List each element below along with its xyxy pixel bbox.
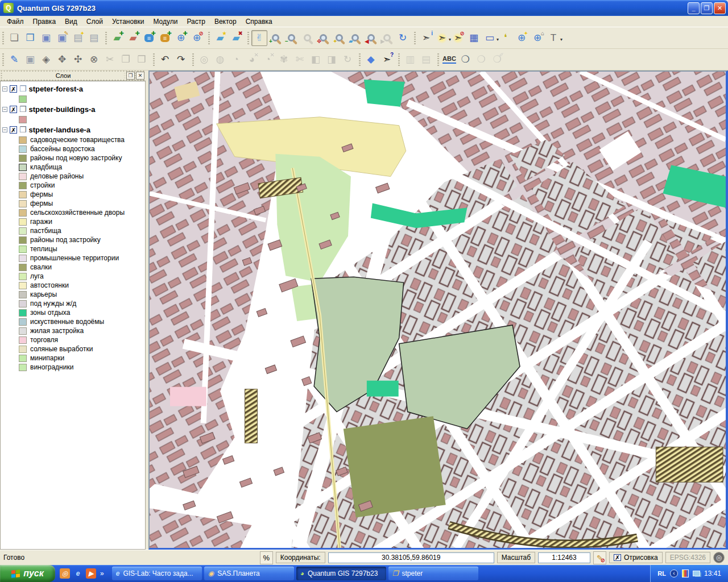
legend-class-row[interactable]: жилая застройка — [2, 326, 145, 335]
remove-layer-button[interactable]: ▰✖ — [228, 30, 244, 46]
text-annotation-button[interactable]: T▾ — [545, 30, 561, 46]
delete-selected-button[interactable]: ⊗ — [86, 52, 102, 68]
menu-file[interactable]: Файл — [2, 16, 28, 27]
zoom-to-selection-button[interactable]: ✦ — [331, 30, 347, 46]
task-sas-planeta[interactable]: ◉SAS.Планета — [204, 567, 294, 580]
legend-class-row[interactable]: промышленные территории — [2, 253, 145, 263]
network-icon[interactable] — [693, 571, 700, 576]
legend-class-row[interactable]: садоводческие товарищества — [2, 135, 145, 144]
menu-view[interactable]: Вид — [60, 16, 82, 27]
toolbar-grip[interactable] — [192, 53, 194, 66]
legend-class-row[interactable]: искуственные водоёмы — [2, 317, 145, 326]
toolbar-grip[interactable] — [359, 53, 361, 66]
zoom-last-button[interactable]: ◀ — [363, 30, 379, 46]
legend-class-row[interactable]: сельскохозяйственные дворы — [2, 208, 145, 217]
menu-vector[interactable]: Вектор — [210, 16, 241, 27]
redo-button[interactable]: ↷ — [173, 52, 189, 68]
legend-class-row[interactable]: карьеры — [2, 290, 145, 299]
tray-app-icon[interactable] — [682, 569, 689, 577]
legend-class-row[interactable]: торговля — [2, 335, 145, 344]
add-postgis-layer-button[interactable]: ≡✚ — [141, 30, 157, 46]
pan-map-button[interactable]: ✌ — [251, 30, 267, 46]
add-wfs-layer-button[interactable]: ⊕⊘ — [189, 30, 205, 46]
stop-rendering-button[interactable]: ✎ ⊘ — [593, 551, 606, 564]
quick-launch-chevron[interactable]: » — [100, 569, 104, 577]
save-project-button[interactable]: ▣ — [38, 30, 54, 46]
layers-panel-header[interactable]: Слои ❐ ✕ — [0, 70, 146, 81]
new-project-button[interactable]: ❏ — [6, 30, 22, 46]
deselect-features-button[interactable]: ➣⊘ — [450, 30, 466, 46]
save-project-as-button[interactable]: ▣✎ — [54, 30, 70, 46]
quick-launch-ie[interactable]: e — [73, 568, 83, 579]
label-properties-button[interactable]: ❍ — [457, 52, 473, 68]
expander-icon[interactable]: − — [2, 107, 7, 112]
legend-class-row[interactable]: пастбища — [2, 226, 145, 235]
coordinates-input[interactable] — [328, 552, 494, 563]
layer-stpeter-buildings-a[interactable]: −✗❒stpeter-buildings-a — [2, 103, 145, 115]
legend-class-row[interactable]: фермы — [2, 190, 145, 199]
toolbar-grip[interactable] — [437, 53, 439, 66]
legend-class-row[interactable]: соляные выработки — [2, 344, 145, 354]
legend-class-row[interactable]: кладбища — [2, 163, 145, 172]
add-raster-layer-button[interactable]: ▰✚ — [125, 30, 141, 46]
layer-stpeter-forest-a[interactable]: −✗❒stpeter-forest-a — [2, 83, 145, 94]
toolbar-grip[interactable] — [2, 53, 4, 66]
legend-class-row[interactable]: деловые районы — [2, 172, 145, 181]
legend-class-row[interactable]: минипарки — [2, 354, 145, 363]
legend-class-row[interactable]: стройки — [2, 181, 145, 190]
zoom-to-layer-button[interactable]: ▰ — [347, 30, 363, 46]
crs-status-button[interactable]: ◎ — [713, 552, 725, 563]
toolbar-grip[interactable] — [2, 32, 4, 44]
scale-input[interactable] — [538, 552, 590, 563]
layer-visibility-checkbox[interactable]: ✗ — [10, 106, 17, 113]
add-wms-layer-button[interactable]: ⊕✚ — [173, 30, 189, 46]
capture-polygon-button[interactable]: ◈ — [38, 52, 54, 68]
select-features-button[interactable]: ➣▾ — [434, 30, 450, 46]
zoom-full-button[interactable]: ✥ — [315, 30, 331, 46]
print-button[interactable]: ▤ — [86, 30, 102, 46]
menu-raster[interactable]: Растр — [182, 16, 209, 27]
expander-icon[interactable]: − — [2, 86, 7, 92]
identify-features-button[interactable]: ➣i — [418, 30, 434, 46]
expander-icon[interactable]: − — [2, 127, 7, 132]
legend-class-row[interactable]: автостоянки — [2, 281, 145, 290]
legend-class-row[interactable]: теплицы — [2, 244, 145, 253]
refresh-map-button[interactable]: ↻ — [395, 30, 411, 46]
menu-edit[interactable]: Правка — [28, 16, 61, 27]
legend-class-row[interactable]: под нужды ж/д — [2, 299, 145, 308]
render-toggle[interactable]: ✗ Отрисовка — [609, 552, 663, 563]
menu-layer[interactable]: Слой — [82, 16, 107, 27]
restore-button[interactable]: ❐ — [701, 2, 713, 14]
text-annotation-dropdown[interactable]: ▾ — [560, 37, 562, 42]
quick-launch-media[interactable]: ▶ — [86, 568, 96, 579]
close-button[interactable]: ✕ — [714, 2, 726, 14]
legend-class-row[interactable]: районы под застройку — [2, 235, 145, 244]
toolbar-grip[interactable] — [247, 32, 249, 44]
legend-class-row[interactable]: бассейны водостока — [2, 144, 145, 153]
zoom-in-button[interactable]: + — [267, 30, 283, 46]
legend-class-row[interactable]: свалки — [2, 263, 145, 272]
layer-stpeter-landuse-a[interactable]: −✗❒stpeter-landuse-a — [2, 124, 145, 135]
toolbar-grip[interactable] — [414, 32, 416, 44]
language-bar-collapse-icon[interactable]: ‹ — [670, 569, 678, 577]
whats-this-button[interactable]: ➣? — [379, 52, 395, 68]
toolbar-grip[interactable] — [105, 32, 107, 44]
task-gis-lab[interactable]: eGIS-Lab: Часто зада... — [112, 567, 202, 580]
measure-line-button[interactable]: ▭▾ — [482, 30, 498, 46]
coordinate-display-toggle-button[interactable]: % — [260, 551, 273, 564]
map-tips-button[interactable]: ❛ — [498, 30, 514, 46]
legend-class-row[interactable]: фермы — [2, 199, 145, 208]
task-qgis[interactable]: ◕Quantum GIS 7297b23 — [296, 567, 386, 580]
render-checkbox[interactable]: ✗ — [614, 554, 621, 561]
help-contents-button[interactable]: ◆ — [363, 52, 379, 68]
minimize-button[interactable]: _ — [688, 2, 700, 14]
move-feature-button[interactable]: ✥ — [54, 52, 70, 68]
zoom-out-button[interactable]: − — [283, 30, 299, 46]
language-indicator[interactable]: RL — [657, 570, 666, 577]
menu-help[interactable]: Справка — [241, 16, 277, 27]
legend-class-row[interactable]: виноградники — [2, 363, 145, 372]
panel-close-button[interactable]: ✕ — [136, 72, 144, 80]
open-project-button[interactable]: ❒ — [22, 30, 38, 46]
save-edits-button[interactable]: ▣ — [22, 52, 38, 68]
legend-class-row[interactable]: зоны отдыха — [2, 308, 145, 317]
